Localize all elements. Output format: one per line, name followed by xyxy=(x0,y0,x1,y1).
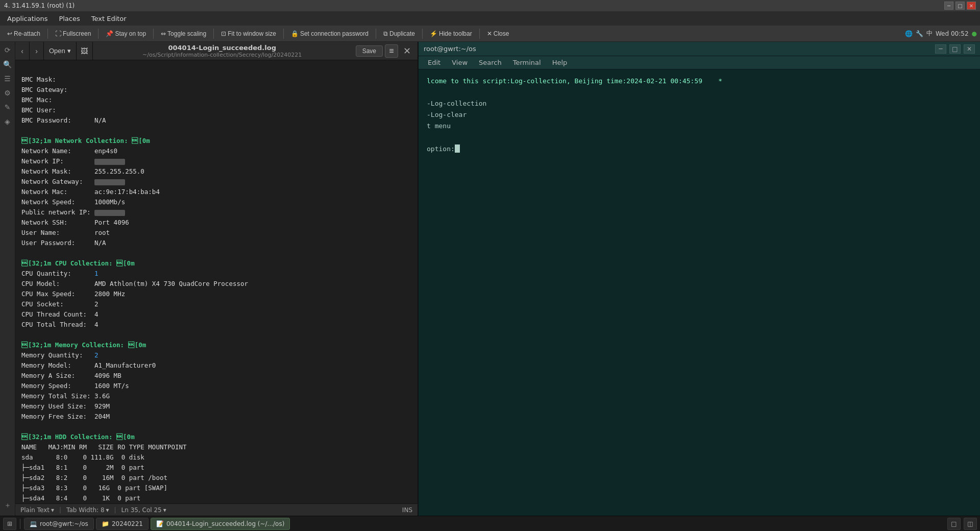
sidebar-icon-5[interactable]: ◈ xyxy=(2,115,14,128)
taskbar-editor-button[interactable]: 📝 004014-Login_succeeded.log (~/.../os) xyxy=(151,518,290,530)
editor-line-cpu-header: [32;1m CPU Collection: [0m xyxy=(21,259,135,267)
term-menu-help[interactable]: Help xyxy=(547,57,573,68)
editor-statusbar: Plain Text ▾ | Tab Width: 8 ▾ | Ln 35, C… xyxy=(15,503,418,516)
fullscreen-icon: ⛶ xyxy=(55,30,61,37)
term-menu-view[interactable]: View xyxy=(447,57,473,68)
terminal-window-controls: ─ □ ✕ xyxy=(935,44,975,54)
hide-toolbar-button[interactable]: ⚡ Hide toolbar xyxy=(426,29,476,39)
terminal-icon: 💻 xyxy=(30,520,37,527)
back-button[interactable]: ‹ xyxy=(15,42,30,60)
editor-line-network-header: [32;1m Network Collection: [0m xyxy=(21,137,150,144)
plain-text-chevron-icon: ▾ xyxy=(51,506,54,514)
sidebar-icon-1[interactable]: 🔍 xyxy=(2,58,14,70)
statusbar-separator: | xyxy=(114,506,116,514)
taskbar-folder-label: 20240221 xyxy=(112,520,143,527)
main-area: ⟳ 🔍 ☰ ⚙ ✎ ◈ ＋ ‹ › Open ▾ 🖼 004014-Login_… xyxy=(0,42,980,516)
save-button[interactable]: Save xyxy=(356,45,383,57)
plain-text-label: Plain Text xyxy=(20,506,50,514)
redacted-ip xyxy=(94,159,125,165)
terminal-content: lcome to this script:Log-collection, Bei… xyxy=(419,69,980,516)
sidebar-icon-3[interactable]: ⚙ xyxy=(2,87,14,99)
maximize-button[interactable]: □ xyxy=(955,2,965,10)
term-menu-edit[interactable]: Edit xyxy=(423,57,446,68)
fullscreen-button[interactable]: ⛶ Fullscreen xyxy=(51,29,95,39)
minimize-button[interactable]: ─ xyxy=(944,2,953,10)
term-line-menu: t menu xyxy=(427,122,451,130)
terminal-minimize-button[interactable]: ─ xyxy=(935,44,946,54)
editor-line-net-mask: Network Mask: 255.255.255.0 xyxy=(21,167,144,175)
editor-tabbar: ‹ › Open ▾ 🖼 004014-Login_succeeded.log … xyxy=(15,42,418,60)
photo-button[interactable]: 🖼 xyxy=(77,42,93,60)
sidebar-icon-0[interactable]: ⟳ xyxy=(2,44,14,56)
editor-line-net-mac: Network Mac: ac:9e:17:b4:ba:b4 xyxy=(21,188,160,196)
term-line-option: option: xyxy=(427,145,460,153)
editor-line-sda3: ├─sda3 8:3 0 16G 0 part [SWAP] xyxy=(21,484,167,492)
window-list-button[interactable]: ◫ xyxy=(964,518,977,530)
taskbar-terminal-label: root@gwrt:~/os xyxy=(40,520,88,527)
stay-on-top-button[interactable]: 📌 Stay on top xyxy=(102,29,150,39)
plain-text-selector[interactable]: Plain Text ▾ xyxy=(20,506,54,514)
system-titlebar: 4. 31.41.59.1 (root) (1) ─ □ ✕ xyxy=(0,0,980,11)
term-line-welcome: lcome to this script:Log-collection, Bei… xyxy=(427,77,722,85)
statusbar-separator: | xyxy=(59,506,61,514)
sidebar: ⟳ 🔍 ☰ ⚙ ✎ ◈ ＋ xyxy=(0,42,15,516)
editor-line-sda: sda 8:0 0 111.8G 0 disk xyxy=(21,453,144,461)
sidebar-icon-6[interactable]: ＋ xyxy=(2,499,14,512)
terminal-cursor xyxy=(455,144,460,153)
connection-password-button[interactable]: 🔒 Set connection password xyxy=(287,29,373,39)
menu-text-editor[interactable]: Text Editor xyxy=(86,13,132,25)
editor-filepath: ~/os/Script/information-collection/Secre… xyxy=(142,52,302,58)
reattach-button[interactable]: ↩ Re-attach xyxy=(3,29,44,39)
toolbar-separator xyxy=(422,29,423,39)
toolbar-separator xyxy=(47,29,48,39)
reattach-icon: ↩ xyxy=(7,30,12,37)
editor-menu-button[interactable]: ≡ xyxy=(385,44,398,58)
editor-line-mem-speed: Memory Speed: 1600 MT/s xyxy=(21,382,129,390)
terminal-maximize-button[interactable]: □ xyxy=(949,44,961,54)
term-menu-terminal[interactable]: Terminal xyxy=(508,57,546,68)
editor-actions: Save ≡ ✕ xyxy=(352,42,418,60)
file-icon: 📝 xyxy=(156,520,164,527)
editor-line-bmc-password: BMC Password: N/A xyxy=(21,116,106,124)
tab-width-selector[interactable]: Tab Width: 8 ▾ xyxy=(66,506,109,514)
sidebar-icon-4[interactable]: ✎ xyxy=(2,101,14,113)
show-desktop-button[interactable]: □ xyxy=(947,518,961,530)
editor-line-cpu-thread-count: CPU Thread Count: 4 xyxy=(21,310,99,318)
folder-icon: 📁 xyxy=(102,520,109,527)
system-title: 4. 31.41.59.1 (root) (1) xyxy=(4,2,75,9)
duplicate-icon: ⧉ xyxy=(383,30,388,37)
editor-line-net-ip: Network IP: xyxy=(21,157,125,165)
taskbar-apps-button[interactable]: ⊞ xyxy=(3,518,16,530)
editor-close-button[interactable]: ✕ xyxy=(400,44,413,58)
insert-mode-label: INS xyxy=(402,506,412,514)
duplicate-button[interactable]: ⧉ Duplicate xyxy=(379,29,419,39)
toolbar-separator xyxy=(98,29,99,39)
menu-places[interactable]: Places xyxy=(54,13,85,25)
editor-line-mem-used: Memory Used Size: 929M xyxy=(21,402,110,410)
taskbar-right: □ ◫ xyxy=(947,518,977,530)
redacted-public-ip xyxy=(94,210,125,216)
terminal-close-button[interactable]: ✕ xyxy=(964,44,975,54)
taskbar-folder-button[interactable]: 📁 20240221 xyxy=(96,518,149,530)
fit-window-button[interactable]: ⊡ Fit to window size xyxy=(217,29,280,39)
fit-icon: ⊡ xyxy=(221,30,226,37)
editor-line-bmc-mask: BMC Mask: xyxy=(21,76,56,83)
taskbar-terminal-button[interactable]: 💻 root@gwrt:~/os xyxy=(24,518,94,530)
editor-line-cpu-total-thread: CPU Total Thread: 4 xyxy=(21,321,99,328)
editor-line-cpu-qty: CPU Quantity: 1 xyxy=(21,270,99,277)
input-method-label: 中 xyxy=(926,29,933,38)
close-icon: ✕ xyxy=(487,30,492,37)
editor-line-net-speed: Network Speed: 1000Mb/s xyxy=(21,198,125,206)
editor-line-net-ssh: Network SSH: Port 4096 xyxy=(21,219,129,226)
close-button[interactable]: ✕ xyxy=(967,2,976,10)
open-button[interactable]: Open ▾ xyxy=(44,42,77,60)
sidebar-icon-2[interactable]: ☰ xyxy=(2,73,14,85)
toggle-scaling-button[interactable]: ⇔ Toggle scaling xyxy=(157,29,210,39)
editor-line-userpass: User Password: N/A xyxy=(21,239,106,247)
menu-applications[interactable]: Applications xyxy=(2,13,53,25)
open-chevron-icon: ▾ xyxy=(67,47,71,55)
editor-line-sda2: ├─sda2 8:2 0 16M 0 part /boot xyxy=(21,474,167,481)
close-toolbar-button[interactable]: ✕ Close xyxy=(483,29,513,39)
term-menu-search[interactable]: Search xyxy=(474,57,507,68)
forward-button[interactable]: › xyxy=(30,42,44,60)
